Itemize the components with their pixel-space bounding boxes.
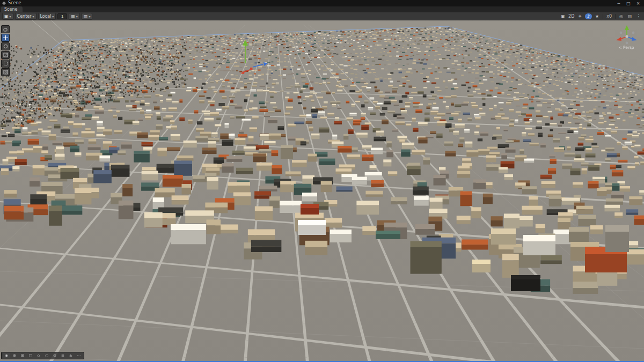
transform-icon (3, 70, 8, 75)
scene-toolbar: ▣ ▾ Center ▾ Local ▾ ▦ ▾ ▥ ▾ ▣ 2D ☀ ♪ ★ … (0, 12, 644, 20)
maximize-button[interactable]: □ (625, 1, 632, 6)
axis-center-cube[interactable] (625, 35, 628, 38)
rect-tool-button[interactable] (1, 60, 10, 68)
move-gizmo[interactable] (236, 39, 274, 74)
rotate-icon (3, 44, 8, 49)
move-tool-button[interactable] (1, 34, 10, 42)
chevron-down-icon: ▾ (89, 14, 90, 19)
camera-control-4-icon[interactable]: ◇ (35, 353, 42, 358)
projection-label[interactable]: < Persp (614, 45, 639, 50)
gizmos-dropdown-icon[interactable]: ▤ (626, 13, 633, 19)
effects-dropdown-icon[interactable]: ★ (594, 13, 601, 19)
view-tool-button[interactable] (1, 25, 10, 33)
chevron-down-icon: ▾ (10, 14, 11, 19)
axis-neg-z-handle[interactable] (620, 32, 623, 34)
audio-toggle-icon[interactable]: ♪ (585, 13, 592, 19)
axis-neg-y-handle[interactable] (626, 42, 628, 45)
scene-viewport: < Persp ◉ ⊕ ⊞ □ ◇ ○ ⊙ ≡ ± ⋯ (0, 20, 644, 361)
camera-control-8-icon[interactable]: ± (67, 353, 75, 358)
scale-tool-button[interactable] (1, 51, 10, 59)
camera-control-9-icon[interactable]: ⋯ (75, 353, 83, 358)
camera-control-0-icon[interactable]: ◉ (3, 353, 10, 358)
grid-visibility-dropdown[interactable]: ▦ ▾ (69, 13, 80, 20)
grid-icon: ▦ (71, 14, 75, 19)
tool-context-icon: ▣ (4, 14, 9, 19)
camera-control-6-icon[interactable]: ⊙ (51, 353, 58, 358)
minimize-button[interactable]: ─ (615, 1, 623, 6)
close-button[interactable]: × (634, 1, 642, 6)
camera-control-5-icon[interactable]: ○ (43, 353, 50, 358)
camera-control-2-icon[interactable]: ⊞ (19, 353, 26, 358)
snap-increment-field[interactable] (57, 13, 67, 19)
camera-control-3-icon[interactable]: □ (27, 353, 34, 358)
rect-icon (3, 61, 8, 66)
tab-scene[interactable]: Scene (1, 6, 23, 12)
tab-strip: Scene (0, 6, 644, 12)
move-icon (3, 35, 8, 40)
app-icon (2, 2, 6, 5)
axis-neg-x-handle[interactable] (632, 32, 635, 34)
snap-settings-dropdown[interactable]: ▥ ▾ (82, 13, 93, 20)
transform-tool-button[interactable] (1, 68, 10, 76)
chevron-down-icon: ▾ (76, 14, 78, 19)
window-title: Scene (8, 0, 21, 6)
scene-orientation-gizmo[interactable] (614, 23, 640, 48)
camera-controls-toolbar: ◉ ⊕ ⊞ □ ◇ ○ ⊙ ≡ ± ⋯ (1, 352, 84, 359)
pivot-mode-dropdown[interactable]: Center ▾ (15, 13, 36, 20)
more-options-icon[interactable]: ⋮ (635, 13, 642, 19)
camera-control-7-icon[interactable]: ≡ (59, 353, 67, 358)
pivot-rotation-label: Local (40, 14, 52, 19)
transform-tools-overlay (1, 25, 10, 76)
scale-icon (3, 53, 8, 57)
camera-control-1-icon[interactable]: ⊕ (11, 353, 18, 358)
hand-icon (3, 27, 8, 32)
pivot-rotation-dropdown[interactable]: Local ▾ (38, 13, 56, 20)
rotate-tool-button[interactable] (1, 42, 10, 50)
camera-settings-icon[interactable]: ◎ (618, 13, 625, 19)
chevron-down-icon: ▾ (33, 14, 34, 19)
tool-settings-dropdown[interactable]: ▣ ▾ (2, 13, 13, 20)
title-bar: Scene ─ □ × (0, 0, 644, 6)
2d-toggle[interactable]: 2D (568, 13, 575, 19)
chevron-down-icon: ▾ (52, 14, 54, 19)
draw-mode-icon[interactable]: ▣ (559, 13, 566, 19)
scene-3d-viewport[interactable] (0, 20, 644, 361)
pivot-mode-label: Center (17, 14, 32, 19)
snap-icon: ▥ (84, 14, 88, 19)
lighting-toggle-icon[interactable]: ☀ (576, 13, 583, 19)
unity-scene-window: Scene ─ □ × Scene ▣ ▾ Center ▾ Local ▾ ▦… (0, 0, 644, 362)
hidden-object-count[interactable]: x0 (605, 14, 613, 19)
